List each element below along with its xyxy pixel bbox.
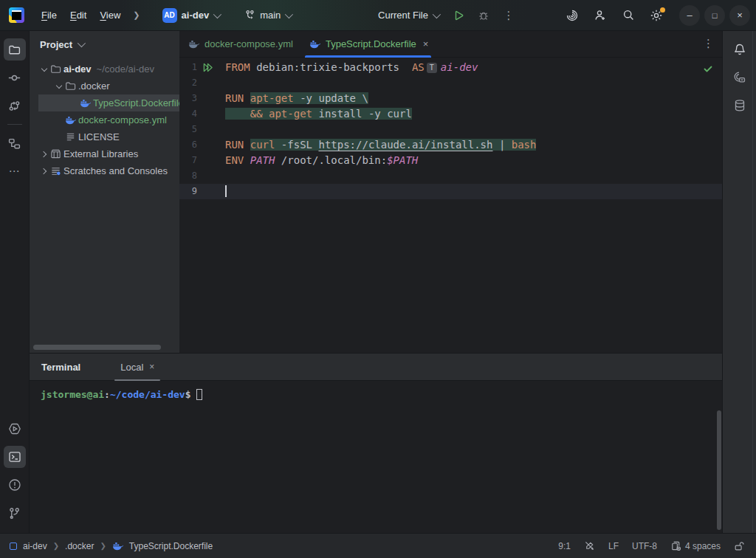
terminal-prompt-user: jstormes@ai [41,389,104,400]
code-text: RUN curl -fsSL https://claude.ai/install… [225,137,536,153]
menu-file[interactable]: File [35,6,63,24]
problems-tool-button[interactable] [4,474,26,496]
tree-item-docker[interactable]: .docker [38,78,179,94]
menu-overflow-chevron-icon[interactable]: ❯ [127,10,145,20]
project-widget[interactable]: AD ai-dev [157,5,226,26]
encoding-widget[interactable]: UTF-8 [632,541,657,551]
chevron-down-icon [213,10,221,18]
line-number: 9 [179,184,197,199]
code-line-7[interactable]: 7ENV PATH /root/.local/bin:$PATH [179,153,722,168]
gutter [197,153,225,168]
tree-item-license[interactable]: LICENSE [38,128,179,145]
terminal-tool-button[interactable] [4,446,26,468]
breadcrumb-file[interactable]: TypeScript.Dockerfile [129,541,213,551]
caret-position-widget[interactable]: 9:1 [558,541,571,551]
project-panel-header[interactable]: Project [30,31,179,58]
chevron-down-icon [78,39,86,47]
tree-item-label: LICENSE [78,131,120,142]
code-line-2[interactable]: 2 [179,75,722,91]
line-ending-widget[interactable]: LF [608,541,619,551]
code-with-me-button[interactable] [589,4,611,27]
terminal-tab-local[interactable]: Local × [113,354,162,381]
close-icon[interactable]: × [423,38,429,49]
terminal-prompt-separator: : [104,389,110,400]
code-editor[interactable]: 1FROM debian:trixie-backports ASTai-dev2… [179,58,722,199]
breadcrumb: ai-dev ❯ .docker ❯ TypeScript.Dockerfile [0,540,213,551]
editor-tab-docker-compose-yml[interactable]: docker-compose.yml [179,31,300,57]
commit-tool-button[interactable] [4,66,26,89]
library-icon [50,148,63,159]
close-icon[interactable]: × [149,362,154,372]
code-line-6[interactable]: 6RUN curl -fsSL https://claude.ai/instal… [179,137,722,153]
project-tool-button[interactable] [4,38,26,61]
terminal-header: Terminal Local × [30,354,722,381]
menu-edit[interactable]: Edit [63,6,93,24]
project-horizontal-scrollbar[interactable] [33,345,161,350]
tab-label: docker-compose.yml [205,38,293,49]
version-control-tool-button[interactable] [4,502,26,524]
run-build-gutter-icon[interactable] [197,60,225,75]
gutter [197,106,225,122]
breadcrumb-project[interactable]: ai-dev [23,541,47,551]
chevron-down-icon[interactable] [53,85,65,88]
tree-item-typescript-dockerfile[interactable]: TypeScript.Dockerfile [38,94,179,111]
terminal-scrollbar[interactable] [717,410,721,530]
code-text: ENV PATH /root/.local/bin:$PATH [225,153,418,168]
search-everywhere-button[interactable] [617,4,639,27]
window-minimize-button[interactable]: – [679,5,700,26]
ide-logo-icon [9,7,24,23]
indent-widget[interactable]: 4 spaces [670,540,721,551]
tab-list-button[interactable]: ⋮ [703,37,715,50]
run-configuration-selector[interactable]: Current File [372,7,444,24]
tree-item-label: TypeScript.Dockerfile [93,97,179,108]
docker-icon [80,97,93,108]
main-menu: FileEditView [35,6,127,24]
notifications-button[interactable] [729,38,751,61]
code-line-9[interactable]: 9 [179,184,722,199]
terminal-console[interactable]: jstormes@ai:~/code/ai-dev$ [30,381,722,534]
code-line-8[interactable]: 8 [179,168,722,184]
code-text [225,184,227,199]
vcs-branch-widget[interactable]: main [238,7,297,24]
code-line-4[interactable]: 4 && apt-get install -y curl [179,106,722,122]
unlocked-icon[interactable] [734,541,744,551]
run-button[interactable] [447,4,470,27]
settings-button[interactable] [645,4,667,27]
code-text: FROM debian:trixie-backports ASTai-dev [225,60,478,75]
window-close-button[interactable]: × [729,5,750,26]
gutter [197,122,225,137]
tree-item-label: Scratches and Consoles [63,165,168,176]
inspections-ok-icon[interactable] [703,63,713,74]
chevron-right-icon[interactable] [38,169,50,173]
code-line-3[interactable]: 3RUN apt-get -y update \ [179,91,722,106]
editor-tab-bar: docker-compose.ymlTypeScript.Dockerfile×… [179,31,722,58]
editor-tab-typescript-dockerfile[interactable]: TypeScript.Dockerfile× [300,31,436,57]
code-line-1[interactable]: 1FROM debian:trixie-backports ASTai-dev [179,60,722,75]
chevron-down-icon[interactable] [38,68,50,71]
code-line-5[interactable]: 5 [179,122,722,137]
chevron-right-icon[interactable] [38,152,50,156]
database-button[interactable] [729,94,751,117]
menu-view[interactable]: View [93,6,127,24]
tree-item-external-libraries[interactable]: External Libraries [38,145,179,162]
status-widgets: 9:1 LF UTF-8 4 spaces [558,540,756,551]
docker-file-icon [309,38,320,49]
debug-button[interactable] [472,4,495,27]
breadcrumb-folder[interactable]: .docker [65,541,94,551]
pull-requests-tool-button[interactable] [4,94,26,117]
window-maximize-button[interactable]: □ [704,5,725,26]
tree-item-scratches-and-consoles[interactable]: Scratches and Consoles [38,162,179,179]
chevron-down-icon [433,10,441,18]
highlighting-off-icon[interactable] [584,540,595,551]
more-tool-windows-button[interactable]: ⋯ [4,160,26,182]
gutter [197,168,225,184]
more-actions-button[interactable]: ⋮ [498,4,520,27]
services-tool-button[interactable] [4,418,26,440]
tree-item-docker-compose-yml[interactable]: docker-compose.yml [38,111,179,128]
tree-item-ai-dev[interactable]: ai-dev~/code/ai-dev [38,61,179,78]
structure-tool-button[interactable] [4,132,26,154]
ai-assistant-chat-button[interactable] [729,66,751,89]
docker-file-icon [112,540,123,551]
ai-assistant-button[interactable] [561,4,583,27]
editor-caret [225,185,227,197]
